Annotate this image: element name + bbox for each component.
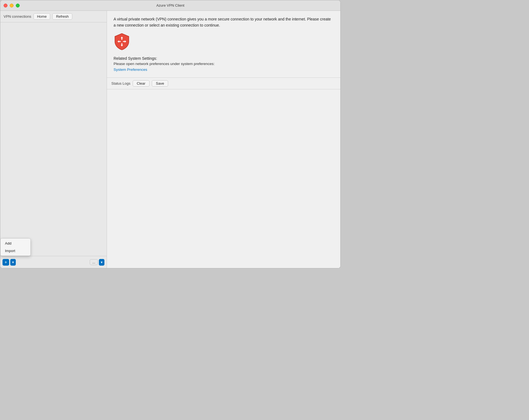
status-logs-label: Status Logs	[111, 81, 130, 85]
sidebar-content	[0, 22, 107, 256]
sidebar: VPN connections Home Refresh Add Import …	[0, 11, 107, 268]
svg-rect-3	[122, 43, 122, 45]
title-bar: Azure VPN Client	[0, 0, 340, 11]
traffic-lights	[4, 4, 20, 7]
sidebar-title: VPN connections	[4, 14, 31, 19]
dropdown-item-import[interactable]: Import	[1, 247, 30, 255]
close-button[interactable]	[4, 4, 7, 7]
window-title: Azure VPN Client	[156, 3, 184, 7]
ellipsis-button[interactable]: ...	[90, 259, 98, 265]
system-preferences-link[interactable]: System Preferences	[114, 68, 147, 72]
ellipsis-chevron-button[interactable]: ▼	[99, 259, 104, 266]
app-window: Azure VPN Client VPN connections Home Re…	[0, 0, 341, 268]
shield-container	[114, 33, 334, 52]
save-button[interactable]: Save	[152, 80, 168, 87]
dropdown-item-add[interactable]: Add	[1, 240, 30, 247]
svg-rect-5	[119, 41, 121, 42]
add-chevron-button[interactable]: ▼	[10, 259, 16, 266]
status-logs-section: Status Logs Clear Save	[107, 78, 340, 268]
minimize-button[interactable]	[10, 4, 14, 7]
vpn-shield-icon	[114, 33, 130, 51]
related-settings-desc: Please open network preferences under sy…	[114, 62, 334, 66]
vpn-description: A virtual private network (VPN) connecti…	[114, 16, 334, 28]
add-dropdown-menu: Add Import	[0, 238, 31, 256]
home-button[interactable]: Home	[34, 13, 50, 20]
info-section: A virtual private network (VPN) connecti…	[107, 11, 340, 78]
refresh-button[interactable]: Refresh	[52, 13, 72, 20]
status-logs-header: Status Logs Clear Save	[107, 78, 340, 89]
sidebar-footer: Add Import + ▼ ... ▼	[0, 256, 107, 268]
right-panel: A virtual private network (VPN) connecti…	[107, 11, 340, 268]
related-settings-title: Related System Settings:	[114, 56, 334, 61]
svg-rect-7	[123, 41, 125, 42]
main-layout: VPN connections Home Refresh Add Import …	[0, 11, 340, 268]
maximize-button[interactable]	[16, 4, 20, 7]
clear-button[interactable]: Clear	[133, 80, 150, 87]
log-content	[107, 89, 340, 268]
add-button[interactable]: +	[2, 259, 9, 266]
sidebar-header: VPN connections Home Refresh	[0, 11, 107, 22]
svg-rect-1	[122, 38, 122, 40]
